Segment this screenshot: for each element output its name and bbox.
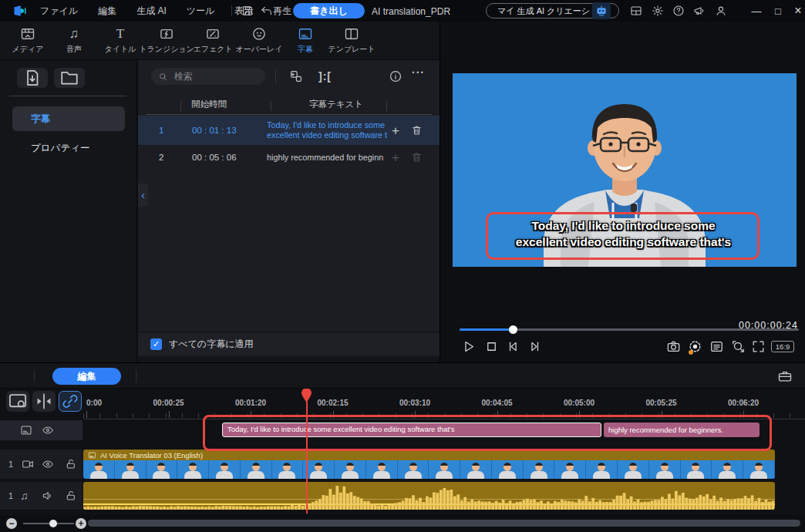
tab-effect[interactable]: エフェクト bbox=[190, 26, 236, 55]
ruler-tick-major bbox=[743, 411, 744, 418]
progress-knob[interactable] bbox=[509, 325, 517, 334]
more-options-icon[interactable]: ··· bbox=[412, 66, 425, 79]
playhead-line[interactable] bbox=[306, 389, 308, 513]
titlebar-separator bbox=[231, 5, 232, 16]
delete-subtitle-icon[interactable] bbox=[411, 125, 423, 136]
timeline: 0:0000:00:2500:01:2000:02:1500:03:1000:0… bbox=[0, 389, 805, 515]
subtitle-track-header bbox=[0, 420, 83, 440]
ruler-tick bbox=[756, 413, 757, 418]
menu-edit[interactable]: 編集 bbox=[98, 5, 116, 18]
delete-subtitle-icon[interactable] bbox=[411, 152, 423, 163]
snapshot-icon[interactable] bbox=[666, 339, 681, 354]
tab-audio[interactable]: ♫音声 bbox=[51, 26, 97, 55]
edit-mode-button[interactable]: 編集 bbox=[52, 368, 121, 385]
ruler-tick bbox=[576, 413, 577, 418]
track-lock-icon[interactable] bbox=[65, 490, 77, 502]
preview-panel: Today, I'd like to introduce some excell… bbox=[440, 22, 805, 362]
collapse-panel-chevron[interactable]: ‹ bbox=[138, 184, 148, 207]
zoom-preview-icon[interactable] bbox=[731, 339, 746, 354]
gear-icon[interactable] bbox=[652, 5, 664, 17]
megaphone-icon[interactable] bbox=[693, 5, 706, 17]
subtitle-clip-1[interactable]: Today, I'd like to introduce some excell… bbox=[222, 423, 601, 437]
zoom-slider[interactable] bbox=[23, 523, 74, 524]
stop-button[interactable] bbox=[484, 339, 499, 354]
menu-file[interactable]: ファイル bbox=[40, 5, 78, 18]
manage-tracks-button[interactable] bbox=[6, 391, 29, 412]
minimize-button[interactable]: — bbox=[746, 0, 766, 22]
maximize-button[interactable]: □ bbox=[768, 0, 788, 22]
ruler-tick bbox=[330, 413, 331, 418]
horizontal-scrollbar[interactable] bbox=[88, 520, 800, 527]
menu-tools[interactable]: ツール bbox=[187, 5, 215, 18]
tab-title[interactable]: Tタイトル bbox=[97, 26, 143, 55]
ruler-tick bbox=[182, 413, 183, 418]
folder-button[interactable] bbox=[54, 68, 85, 88]
apply-all-checkbox[interactable]: ✓ bbox=[150, 338, 162, 350]
tab-media[interactable]: メディア bbox=[5, 26, 51, 55]
zoom-in-button[interactable]: + bbox=[76, 518, 86, 529]
subtitle-clip-2[interactable]: highly recommended for beginners. bbox=[604, 423, 760, 437]
undo-icon[interactable] bbox=[261, 5, 273, 17]
tab-transition[interactable]: トランジション bbox=[143, 26, 190, 55]
ruler-tick bbox=[592, 413, 593, 418]
previous-frame-button[interactable] bbox=[506, 339, 520, 354]
close-button[interactable]: × bbox=[788, 0, 805, 22]
add-subtitle-icon[interactable]: + bbox=[389, 124, 402, 136]
app-logo-icon bbox=[11, 4, 29, 18]
video-preview[interactable]: Today, I'd like to introduce some excell… bbox=[453, 73, 797, 267]
track-number: 1 bbox=[8, 460, 13, 469]
merge-split-icon[interactable]: ]:[ bbox=[318, 70, 332, 82]
fullscreen-icon[interactable] bbox=[751, 339, 766, 354]
sidebar-item-subtitle[interactable]: 字幕 bbox=[12, 106, 125, 131]
ruler-tick bbox=[691, 413, 692, 418]
add-subtitle-icon[interactable]: + bbox=[389, 151, 402, 163]
row-subtitle-text[interactable]: Today, I'd like to introduce some excell… bbox=[267, 120, 390, 140]
subtitle-row-2[interactable]: 2 00 : 05 : 06 highly recommended for be… bbox=[138, 146, 440, 168]
row-start-time[interactable]: 00 : 05 : 06 bbox=[192, 153, 237, 162]
translate-icon[interactable] bbox=[289, 69, 303, 83]
track-visibility-icon[interactable] bbox=[42, 424, 54, 436]
zoom-slider-knob[interactable] bbox=[49, 520, 57, 527]
play-button[interactable] bbox=[461, 339, 476, 354]
ai-copilot-button[interactable] bbox=[592, 2, 611, 19]
video-clip[interactable]: AI Voice Translator 03 (English) bbox=[83, 450, 775, 479]
playhead-pin[interactable] bbox=[301, 389, 312, 402]
marker-list-icon[interactable] bbox=[709, 339, 724, 354]
timeline-ruler[interactable]: 0:0000:00:2500:01:2000:02:1500:03:1000:0… bbox=[83, 389, 805, 419]
ruler-tick bbox=[149, 413, 150, 418]
help-icon[interactable] bbox=[672, 5, 685, 17]
aspect-ratio-button[interactable]: 16:9 bbox=[771, 341, 794, 352]
track-mute-icon[interactable] bbox=[42, 490, 54, 502]
track-visibility-icon[interactable] bbox=[42, 458, 54, 470]
track-lock-icon[interactable] bbox=[65, 458, 77, 470]
video-thumbnail bbox=[743, 460, 775, 479]
export-button[interactable]: 書き出し bbox=[293, 3, 365, 19]
tab-overlay[interactable]: オーバーレイ bbox=[236, 26, 282, 55]
tab-subtitle[interactable]: 字幕 bbox=[282, 26, 328, 55]
subtitle-row-1[interactable]: 1 00 : 01 : 13 Today, I'd like to introd… bbox=[138, 116, 440, 145]
layout-icon[interactable] bbox=[630, 5, 642, 17]
search-input[interactable] bbox=[173, 70, 258, 82]
account-icon[interactable] bbox=[715, 5, 727, 17]
video-subtitle-overlay[interactable]: Today, I'd like to introduce some excell… bbox=[488, 217, 759, 250]
next-frame-button[interactable] bbox=[527, 339, 542, 354]
video-thumbnail bbox=[272, 460, 304, 479]
tab-template[interactable]: テンプレート bbox=[328, 26, 375, 55]
import-subtitle-button[interactable] bbox=[17, 68, 48, 88]
redo-icon[interactable] bbox=[278, 5, 291, 17]
row-subtitle-text[interactable]: highly recommended for beginn bbox=[267, 153, 390, 163]
tab-label: オーバーレイ bbox=[236, 44, 283, 55]
save-icon[interactable] bbox=[241, 5, 254, 17]
link-clips-button[interactable] bbox=[59, 391, 82, 412]
video-thumbnail bbox=[335, 460, 366, 479]
toolbox-icon[interactable] bbox=[777, 369, 793, 384]
snap-button[interactable] bbox=[32, 391, 56, 412]
zoom-out-button[interactable]: − bbox=[6, 518, 17, 529]
menu-generate-ai[interactable]: 生成 AI bbox=[136, 5, 167, 18]
clip-type-icon bbox=[88, 451, 96, 460]
video-thumbnail bbox=[241, 460, 272, 479]
sidebar-item-properties[interactable]: プロパティー bbox=[12, 136, 125, 160]
audio-clip[interactable] bbox=[83, 482, 775, 510]
info-icon[interactable] bbox=[389, 69, 402, 83]
row-start-time[interactable]: 00 : 01 : 13 bbox=[192, 126, 237, 135]
